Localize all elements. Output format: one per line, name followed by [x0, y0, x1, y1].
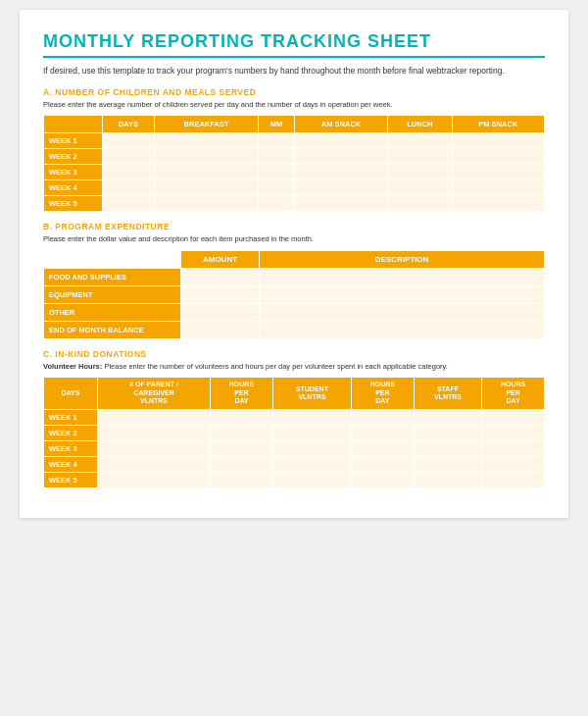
row-label-a: WEEK 5	[44, 196, 103, 212]
data-cell-c[interactable]	[414, 456, 481, 472]
data-cell-a[interactable]	[388, 149, 452, 165]
data-cell-a[interactable]	[452, 165, 544, 180]
desc-cell[interactable]	[260, 303, 545, 321]
data-cell-a[interactable]	[154, 149, 259, 165]
data-cell-c[interactable]	[482, 472, 545, 487]
data-cell-c[interactable]	[272, 472, 351, 487]
data-cell-a[interactable]	[294, 165, 387, 180]
amount-cell[interactable]	[181, 303, 260, 321]
section-a-title: A. NUMBER OF CHILDREN AND MEALS SERVED	[43, 87, 545, 97]
data-cell-c[interactable]	[414, 425, 481, 440]
data-cell-a[interactable]	[294, 180, 387, 196]
data-cell-c[interactable]	[351, 456, 414, 472]
data-cell-a[interactable]	[259, 196, 295, 212]
data-cell-c[interactable]	[482, 440, 545, 456]
row-label-b: END OF MONTH BALANCE	[44, 321, 181, 338]
intro-text: If desired, use this template to track y…	[43, 66, 545, 77]
data-cell-a[interactable]	[103, 165, 155, 180]
row-label-b: FOOD AND SUPPLIES	[44, 268, 181, 285]
data-cell-c[interactable]	[482, 425, 545, 440]
row-label-a: WEEK 3	[44, 165, 103, 180]
data-cell-c[interactable]	[351, 472, 414, 487]
desc-cell[interactable]	[260, 268, 545, 285]
data-cell-c[interactable]	[351, 440, 414, 456]
data-cell-a[interactable]	[103, 133, 155, 149]
data-cell-a[interactable]	[388, 165, 452, 180]
data-cell-a[interactable]	[259, 180, 295, 196]
section-c-title: C. IN-KIND DONATIONS	[43, 349, 545, 359]
data-cell-c[interactable]	[98, 472, 211, 487]
data-cell-c[interactable]	[414, 440, 481, 456]
data-cell-c[interactable]	[211, 409, 273, 425]
row-label-b: EQUIPMENT	[44, 285, 181, 303]
col-c-hours3: HOURSPERDAY	[482, 378, 545, 409]
data-cell-a[interactable]	[103, 180, 155, 196]
col-header-lunch: LUNCH	[388, 116, 452, 133]
data-cell-a[interactable]	[294, 133, 387, 149]
data-cell-c[interactable]	[272, 425, 351, 440]
data-cell-c[interactable]	[414, 409, 481, 425]
data-cell-c[interactable]	[211, 472, 273, 487]
page-title: MONTHLY REPORTING TRACKING SHEET	[43, 31, 545, 58]
data-cell-c[interactable]	[98, 456, 211, 472]
row-label-c: WEEK 5	[44, 472, 98, 487]
col-header-breakfast: BREAKFAST	[154, 116, 259, 133]
section-b-table: AMOUNT DESCRIPTION FOOD AND SUPPLIESEQUI…	[43, 250, 545, 339]
data-cell-a[interactable]	[154, 180, 259, 196]
data-cell-c[interactable]	[211, 456, 273, 472]
desc-cell[interactable]	[260, 321, 545, 338]
data-cell-a[interactable]	[294, 196, 387, 212]
data-cell-c[interactable]	[482, 409, 545, 425]
col-c-hours2: HOURSPERDAY	[351, 378, 414, 409]
section-b-title: B. PROGRAM EXPENDITURE	[43, 222, 545, 231]
data-cell-a[interactable]	[388, 133, 452, 149]
data-cell-c[interactable]	[272, 456, 351, 472]
col-c-parent: # OF PARENT /CAREGIVERVLNTRS	[98, 378, 211, 409]
section-c-table: DAYS # OF PARENT /CAREGIVERVLNTRS HOURSP…	[43, 377, 545, 487]
data-cell-c[interactable]	[211, 440, 273, 456]
data-cell-a[interactable]	[259, 149, 295, 165]
data-cell-c[interactable]	[351, 425, 414, 440]
row-label-c: WEEK 4	[44, 456, 98, 472]
data-cell-a[interactable]	[103, 196, 155, 212]
desc-cell[interactable]	[260, 285, 545, 303]
amount-cell[interactable]	[181, 285, 260, 303]
section-c-desc: Volunteer Hours: Please enter the number…	[43, 362, 545, 373]
data-cell-a[interactable]	[259, 133, 295, 149]
data-cell-c[interactable]	[211, 425, 273, 440]
data-cell-a[interactable]	[154, 165, 259, 180]
col-c-staff: STAFFVLNTRS	[414, 378, 481, 409]
data-cell-a[interactable]	[154, 196, 259, 212]
col-header-mm: MM	[259, 116, 295, 133]
data-cell-a[interactable]	[103, 149, 155, 165]
col-header-empty	[44, 116, 103, 133]
row-label-a: WEEK 1	[44, 133, 103, 149]
section-c-desc-prefix: Volunteer Hours:	[43, 362, 102, 371]
col-header-pmsnack: PM SNACK	[452, 116, 544, 133]
data-cell-a[interactable]	[452, 149, 544, 165]
data-cell-a[interactable]	[154, 133, 259, 149]
data-cell-a[interactable]	[388, 180, 452, 196]
data-cell-a[interactable]	[294, 149, 387, 165]
data-cell-c[interactable]	[414, 472, 481, 487]
data-cell-a[interactable]	[452, 133, 544, 149]
data-cell-c[interactable]	[351, 409, 414, 425]
data-cell-a[interactable]	[388, 196, 452, 212]
data-cell-c[interactable]	[98, 440, 211, 456]
amount-cell[interactable]	[181, 268, 260, 285]
data-cell-c[interactable]	[272, 409, 351, 425]
col-header-amsnack: AM SNACK	[294, 116, 387, 133]
amount-cell[interactable]	[181, 321, 260, 338]
data-cell-c[interactable]	[98, 425, 211, 440]
row-label-c: WEEK 1	[44, 409, 98, 425]
data-cell-c[interactable]	[98, 409, 211, 425]
data-cell-a[interactable]	[259, 165, 295, 180]
row-label-b: OTHER	[44, 303, 181, 321]
data-cell-c[interactable]	[272, 440, 351, 456]
data-cell-a[interactable]	[452, 196, 544, 212]
data-cell-a[interactable]	[452, 180, 544, 196]
data-cell-c[interactable]	[482, 456, 545, 472]
section-a-desc: Please enter the average number of child…	[43, 100, 545, 111]
row-label-c: WEEK 2	[44, 425, 98, 440]
row-label-a: WEEK 2	[44, 149, 103, 165]
